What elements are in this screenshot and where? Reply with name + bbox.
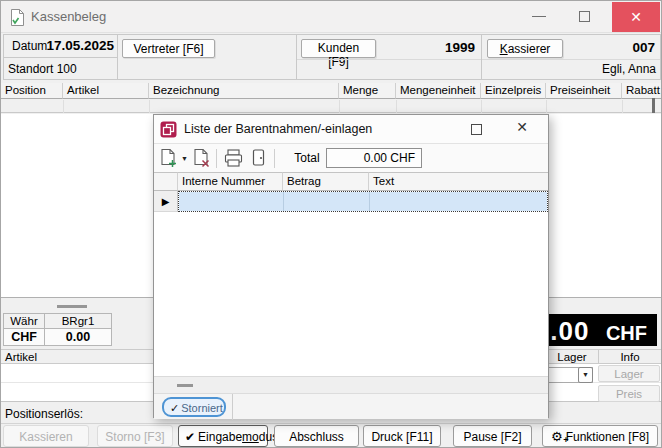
kassenbeleg-window: Kassenbeleg ✕ Datum 17.05.2025 Standort … <box>0 0 662 448</box>
positionserloes-label: Positionserlös: <box>5 407 83 421</box>
print-button[interactable] <box>223 148 244 169</box>
toolbar-separator <box>216 149 217 168</box>
dialog-title: Liste der Barentnahmen/-einlagen <box>184 122 372 136</box>
check-icon: ✓ <box>170 402 179 414</box>
delete-entry-button[interactable] <box>192 148 213 169</box>
eingabemodus-button[interactable]: ✔Eingabemodus <box>178 425 268 447</box>
row-selector-header <box>154 172 178 191</box>
total-value-field: 0.00 CHF <box>326 148 422 168</box>
new-entry-button[interactable] <box>159 148 180 169</box>
printer-icon <box>223 148 244 168</box>
kassierer-rest: assierer <box>508 42 551 56</box>
check-icon: ✔ <box>185 430 195 444</box>
druck-button[interactable]: Druck [F11] <box>363 425 441 447</box>
row-selector-cell[interactable]: ▶ <box>154 191 178 212</box>
grid-gridline <box>481 100 482 113</box>
grid-scrollbar-thumb[interactable] <box>652 98 655 113</box>
kassierer-name: Egli, Anna <box>602 62 656 76</box>
grid-gridline <box>63 100 64 113</box>
kunden-number: 1999 <box>445 40 475 55</box>
selected-empty-row[interactable] <box>179 192 547 211</box>
datum-label: Datum <box>12 39 47 53</box>
kassierer-mnemonic: K <box>500 42 508 56</box>
brgr-value: 0.00 <box>44 328 112 346</box>
abschluss-button[interactable]: Abschluss [F10] <box>274 425 359 447</box>
grid-gridline <box>396 100 397 113</box>
kunden-panel: Kunden [F9] 1999 <box>296 34 482 80</box>
row-cell-divider <box>283 192 284 211</box>
new-entry-dropdown-caret[interactable]: ▼ <box>181 155 188 162</box>
column-header-betrag[interactable]: Betrag <box>283 172 369 191</box>
splitter-handle[interactable] <box>57 305 87 308</box>
toolbar-separator <box>274 149 275 168</box>
storniert-label: Storniert <box>181 402 223 414</box>
column-header-preiseinheit[interactable]: Preiseinheit <box>546 83 622 99</box>
kunden-button[interactable]: Kunden [F9] <box>301 39 376 58</box>
row-cell-divider <box>369 192 370 211</box>
window-title: Kassenbeleg <box>31 9 106 24</box>
stacked-windows-icon <box>160 121 177 142</box>
artikel-label: Artikel <box>5 351 37 363</box>
maximize-icon <box>579 11 590 22</box>
statusbar-handle[interactable] <box>177 384 193 387</box>
delete-document-icon <box>192 148 211 168</box>
vertreter-button[interactable]: Vertreter [F6] <box>122 39 215 58</box>
barentnahmen-dialog: Liste der Barentnahmen/-einlagen ✕ ▼ <box>153 114 549 418</box>
door-icon <box>249 148 268 168</box>
grid-gridline <box>622 100 623 113</box>
storno-button[interactable]: Storno [F3] <box>97 425 173 447</box>
pause-button[interactable]: Pause [F2] <box>453 425 532 447</box>
column-header-interne-nummer[interactable]: Interne Nummer <box>178 172 283 191</box>
waehr-value: CHF <box>3 328 45 346</box>
bottom-bar-divider <box>232 394 233 420</box>
datum-panel: Datum 17.05.2025 <box>3 34 118 58</box>
column-header-menge[interactable]: Menge <box>339 83 396 99</box>
close-button[interactable]: ✕ <box>612 2 660 32</box>
column-header-text[interactable]: Text <box>369 172 548 191</box>
column-header-position[interactable]: Position <box>1 83 63 99</box>
lager-header: Lager <box>546 351 598 363</box>
total-label: Total <box>288 151 326 165</box>
gear-glyph: ⚙ <box>551 429 563 444</box>
waehr-header: Währ <box>3 313 45 329</box>
gear-plus-icon: ⚙+ <box>551 427 563 447</box>
grid-gridline <box>546 100 547 113</box>
maximize-button[interactable] <box>573 1 599 32</box>
column-header-rabatt[interactable]: Rabatt <box>622 83 662 99</box>
grid-gridline <box>339 100 340 113</box>
lager-combo-dropdown-button[interactable]: ▼ <box>578 367 593 383</box>
panel-divider <box>297 59 481 60</box>
exit-button[interactable] <box>249 148 270 169</box>
vertreter-panel: Vertreter [F6] <box>117 34 297 80</box>
grid-empty-row <box>1 99 662 113</box>
dialog-close-button[interactable]: ✕ <box>510 119 534 139</box>
dialog-bottom-bar: ✓Storniert <box>154 393 548 419</box>
kassierer-button[interactable]: Kassierer <box>487 39 563 58</box>
minimize-icon <box>532 16 546 17</box>
funktionen-label: Funktionen [F8] <box>566 430 649 444</box>
receipt-document-icon <box>9 8 26 31</box>
standort-panel: Standort 100 <box>3 57 118 80</box>
column-header-mengeneinheit[interactable]: Mengeneinheit <box>396 83 481 99</box>
preis-f5-button[interactable]: Preis [F5] <box>598 385 660 402</box>
minimize-button[interactable] <box>527 1 553 32</box>
panel-divider <box>482 59 660 60</box>
column-header-einzelpreis[interactable]: Einzelpreis <box>481 83 546 99</box>
new-document-icon <box>159 148 178 168</box>
column-header-bezeichnung[interactable]: Bezeichnung <box>149 83 339 99</box>
column-header-artikel[interactable]: Artikel <box>63 83 149 99</box>
info-header: Info <box>599 351 661 363</box>
storniert-toggle[interactable]: ✓Storniert <box>162 397 226 417</box>
display-currency: CHF <box>606 322 647 344</box>
eingabemodus-mnemonic: mo <box>242 430 259 444</box>
dialog-maximize-button[interactable] <box>466 120 488 140</box>
funktionen-button[interactable]: ⚙+Funktionen [F8] <box>542 425 658 447</box>
window-titlebar: Kassenbeleg ✕ <box>1 1 661 33</box>
eingabemodus-pre: Eingabe <box>198 430 242 444</box>
kassierer-panel: Kassierer 007 Egli, Anna <box>481 34 661 80</box>
grid-gridline <box>149 100 150 113</box>
lager-f7-button[interactable]: Lager [F7] <box>598 365 660 382</box>
kassieren-button[interactable]: Kassieren [F12] <box>3 425 89 447</box>
dialog-titlebar: Liste der Barentnahmen/-einlagen ✕ <box>154 115 548 144</box>
dialog-maximize-icon <box>471 124 482 135</box>
